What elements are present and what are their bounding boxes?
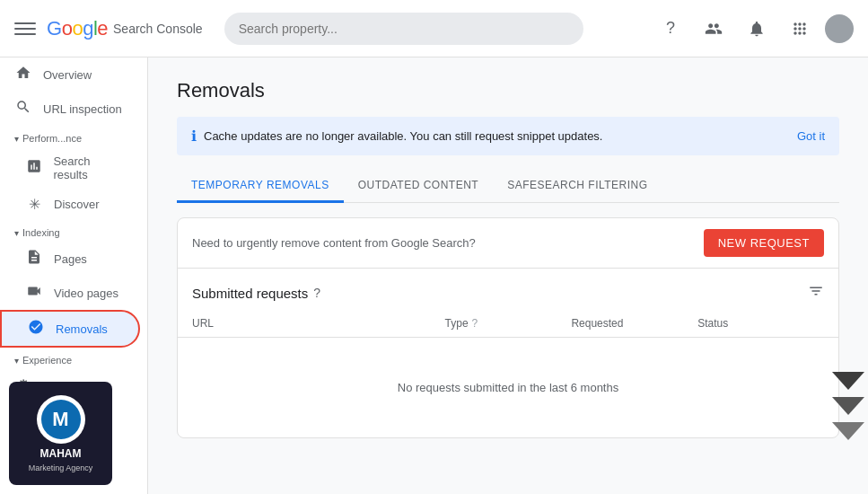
chart-icon [25,158,42,178]
sidebar-item-discover[interactable]: ✳ Discover [0,189,140,220]
hamburger-menu[interactable] [14,18,36,40]
col-requested: Requested [571,317,697,330]
home-icon [14,65,32,84]
notifications-button[interactable] [739,11,775,47]
new-request-button[interactable]: NEW REQUEST [704,229,824,257]
empty-state-text: No requests submitted in the last 6 mont… [398,381,618,394]
topbar-icons: ? [653,11,854,47]
removals-icon [27,319,45,339]
google-logo: Google Search Console [47,17,203,40]
info-banner: ℹ Cache updates are no longer available.… [177,117,839,155]
removals-label: Removals [56,322,108,336]
watermark-logo: M [37,395,85,444]
search-results-label: Search results [53,154,126,181]
sidebar-item-overview[interactable]: Overview [0,57,140,92]
indexing-section: ▾ Indexing [0,220,147,242]
watermark-overlay: M MAHAM Marketing Agency [9,382,112,485]
col-status: Status [697,317,824,330]
submitted-title-text: Submitted requests [192,286,308,301]
experience-arrow: ▾ [14,356,19,366]
watermark-name: MAHAM [40,447,82,460]
topbar-left: Google Search Console [14,17,203,40]
video-pages-label: Video pages [54,287,118,300]
asterisk-icon: ✳ [25,196,43,213]
submitted-title: Submitted requests ? [192,286,320,301]
info-icon: ℹ [191,128,197,145]
triangle-1[interactable] [832,372,864,390]
submitted-header: Submitted requests ? [178,269,838,310]
help-circle-icon[interactable]: ? [313,286,320,300]
page-title: Removals [177,79,839,102]
triangle-3[interactable] [832,422,864,440]
new-request-bar: Need to urgently remove content from Goo… [178,218,838,269]
main-content: Removals ℹ Cache updates are no longer a… [148,57,868,494]
content-card: Need to urgently remove content from Goo… [177,217,839,438]
performance-label: Perform...nce [22,133,82,144]
tabs-container: TEMPORARY REMOVALS OUTDATED CONTENT SAFE… [177,170,839,203]
avatar[interactable] [825,14,854,43]
sidebar-item-pages[interactable]: Pages [0,242,140,276]
tab-safesearch-filtering[interactable]: SAFESEARCH FILTERING [493,170,662,203]
overview-label: Overview [43,68,92,82]
collapse-arrow: ▾ [14,134,19,144]
pages-label: Pages [54,252,87,266]
col-url: URL [192,317,445,330]
discover-label: Discover [54,198,100,211]
empty-state: No requests submitted in the last 6 mont… [178,338,838,437]
got-it-button[interactable]: Got it [797,129,825,143]
type-help-icon[interactable]: ? [472,317,478,330]
table-header: URL Type ? Requested Status [178,310,838,338]
triangle-2[interactable] [832,397,864,415]
search-bar[interactable] [224,13,583,45]
apps-button[interactable] [782,11,818,47]
url-inspection-label: URL inspection [43,102,122,116]
sidebar-item-url-inspection[interactable]: URL inspection [0,92,140,126]
pages-icon [25,249,43,269]
sidebar-item-video-pages[interactable]: Video pages [0,276,140,310]
experience-section: ▾ Experience [0,348,147,369]
watermark-logo-inner: M [41,400,81,439]
sidebar-item-search-results[interactable]: Search results [0,147,140,189]
banner-text: Cache updates are no longer available. Y… [204,129,602,143]
performance-section: ▾ Perform...nce [0,126,147,147]
search-input[interactable] [239,22,569,36]
banner-left: ℹ Cache updates are no longer available.… [191,128,602,145]
topbar: Google Search Console ? [0,0,868,57]
decorative-triangles [832,372,868,440]
accounts-button[interactable] [696,11,732,47]
indexing-arrow: ▾ [14,228,19,238]
experience-label: Experience [22,355,72,366]
tab-outdated-content[interactable]: OUTDATED CONTENT [344,170,493,203]
help-button[interactable]: ? [653,11,688,47]
indexing-label: Indexing [22,227,60,238]
filter-icon[interactable] [808,283,824,303]
app-name: Search Console [113,22,203,36]
sidebar-item-removals[interactable]: Removals [0,310,140,348]
video-icon [25,283,43,303]
col-type: Type ? [445,317,572,330]
watermark-tagline: Marketing Agency [29,463,93,472]
new-request-prompt: Need to urgently remove content from Goo… [192,236,476,250]
search-icon [14,99,32,119]
tab-temporary-removals[interactable]: TEMPORARY REMOVALS [177,170,344,203]
